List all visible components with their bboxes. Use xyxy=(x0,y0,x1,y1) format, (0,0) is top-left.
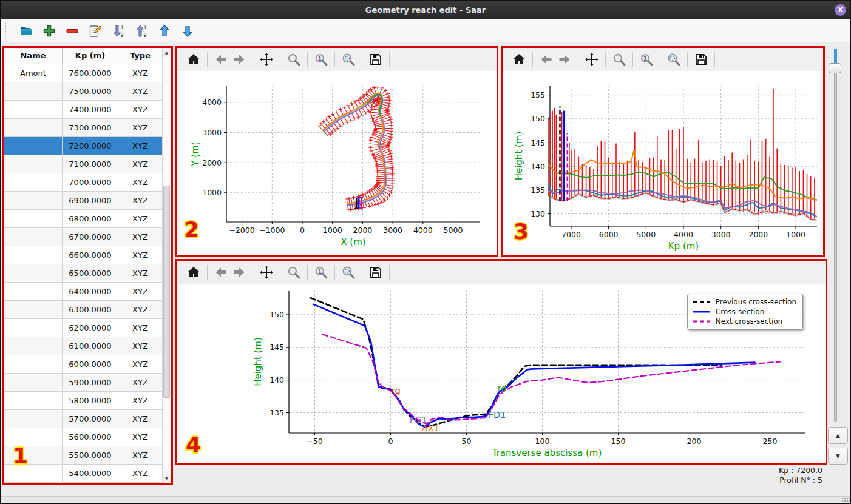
profile-slider-handle[interactable] xyxy=(829,63,841,73)
plan-view-chart[interactable]: −2000−1000010002000300040005000100020003… xyxy=(177,71,497,255)
zoom-region-icon[interactable] xyxy=(339,263,358,281)
zoom-one-icon[interactable]: 1 xyxy=(312,50,330,69)
table-row[interactable]: 5500.0000XYZ xyxy=(4,446,171,465)
table-row[interactable]: 5400.0000XYZ xyxy=(4,465,171,483)
table-row[interactable]: 5700.0000XYZ xyxy=(4,410,171,428)
svg-text:X (m): X (m) xyxy=(341,237,365,247)
table-cell-name xyxy=(4,119,63,137)
table-row[interactable]: Amont7600.0000XYZ xyxy=(4,64,171,82)
table-row[interactable]: 7000.0000XYZ xyxy=(4,173,171,192)
svg-text:150: 150 xyxy=(531,114,545,123)
table-row[interactable]: 7300.0000XYZ xyxy=(4,119,171,137)
move-up-icon[interactable] xyxy=(157,23,172,39)
table-cell-kp: 5600.0000 xyxy=(63,428,118,446)
table-cell-kp: 7100.0000 xyxy=(63,155,118,173)
remove-icon[interactable] xyxy=(64,23,80,39)
table-row[interactable]: 7400.0000XYZ xyxy=(4,101,171,119)
svg-text:9: 9 xyxy=(143,33,146,38)
table-scrollbar[interactable]: ▲ ▼ xyxy=(162,48,171,483)
toolbar-separator xyxy=(605,52,606,67)
svg-text:1: 1 xyxy=(143,25,146,30)
table-cell-kp: 6300.0000 xyxy=(63,301,118,319)
column-header-type[interactable]: Type xyxy=(118,48,163,64)
pan-icon[interactable] xyxy=(257,50,276,69)
table-row[interactable]: 6900.0000XYZ xyxy=(4,192,171,210)
profile-up-button[interactable]: ▲ xyxy=(828,427,848,444)
move-down-icon[interactable] xyxy=(180,23,195,39)
edit-icon[interactable] xyxy=(87,23,103,39)
svg-text:140: 140 xyxy=(270,375,284,385)
forward-icon[interactable] xyxy=(555,50,574,69)
profile-down-button[interactable]: ▼ xyxy=(828,448,848,465)
table-row[interactable]: 6700.0000XYZ xyxy=(4,228,171,246)
table-cell-kp: 6400.0000 xyxy=(63,283,118,301)
legend-item: Cross-section xyxy=(693,307,796,317)
save-icon[interactable] xyxy=(692,50,710,69)
titlebar[interactable]: Geometry reach edit - Saar X xyxy=(1,1,850,19)
add-icon[interactable] xyxy=(41,23,57,39)
profile-slider-track[interactable] xyxy=(834,49,837,422)
long-profile-chart[interactable]: 7000600050004000300020001000130135140145… xyxy=(503,71,823,255)
pan-icon[interactable] xyxy=(257,263,276,281)
toolbar-grip[interactable] xyxy=(5,23,8,39)
save-icon[interactable] xyxy=(367,50,385,69)
home-icon[interactable] xyxy=(185,50,203,69)
table-row[interactable]: 6200.0000XYZ xyxy=(4,319,171,337)
zoom-one-icon[interactable]: 1 xyxy=(637,50,656,69)
forward-icon[interactable] xyxy=(230,50,248,69)
table-cell-kp: 7300.0000 xyxy=(63,119,118,137)
home-icon[interactable] xyxy=(510,50,528,69)
table-row[interactable]: 7100.0000XYZ xyxy=(4,155,171,173)
table-cell-name xyxy=(4,264,63,283)
table-cell-type: XYZ xyxy=(118,64,163,82)
zoom-region-icon[interactable] xyxy=(665,50,683,69)
svg-text:2000: 2000 xyxy=(748,230,768,239)
table-row[interactable]: 6000.0000XYZ xyxy=(4,355,171,374)
open-folder-icon[interactable] xyxy=(18,23,34,39)
zoom-icon[interactable] xyxy=(285,263,303,281)
back-icon[interactable] xyxy=(212,263,230,281)
sort-asc-icon[interactable]: 19 xyxy=(134,23,149,39)
table-cell-name xyxy=(4,428,63,446)
forward-icon[interactable] xyxy=(230,263,248,281)
table-cell-kp: 7000.0000 xyxy=(63,173,118,192)
table-row[interactable]: 7500.0000XYZ xyxy=(4,82,171,101)
pan-icon[interactable] xyxy=(583,50,601,69)
column-header-kp[interactable]: Kp (m) xyxy=(63,48,118,64)
zoom-one-icon[interactable]: 1 xyxy=(312,263,330,281)
table-cell-kp: 6700.0000 xyxy=(63,228,118,246)
table-row[interactable]: 6600.0000XYZ xyxy=(4,246,171,264)
table-row[interactable]: 5600.0000XYZ xyxy=(4,428,171,446)
table-cell-kp: 5800.0000 xyxy=(63,392,118,410)
table-row[interactable]: 6300.0000XYZ xyxy=(4,301,171,319)
sort-desc-icon[interactable]: 19 xyxy=(110,23,126,39)
scrollbar-thumb[interactable] xyxy=(163,186,170,398)
svg-text:6000: 6000 xyxy=(599,230,619,239)
table-cell-name xyxy=(4,228,63,246)
table-cell-name xyxy=(4,410,63,428)
svg-text:7000: 7000 xyxy=(561,230,581,239)
home-icon[interactable] xyxy=(185,263,203,281)
scroll-down-icon[interactable]: ▼ xyxy=(163,474,171,483)
zoom-icon[interactable] xyxy=(610,50,628,69)
zoom-region-icon[interactable] xyxy=(339,50,358,69)
close-button[interactable]: X xyxy=(835,4,846,16)
toolbar-separator xyxy=(660,52,660,67)
window-title: Geometry reach edit - Saar xyxy=(365,5,486,15)
back-icon[interactable] xyxy=(537,50,555,69)
zoom-icon[interactable] xyxy=(285,50,303,69)
table-row[interactable]: 6400.0000XYZ xyxy=(4,283,171,301)
table-row[interactable]: 6500.0000XYZ xyxy=(4,264,171,283)
legend-label: Next cross-section xyxy=(716,317,782,326)
scroll-up-icon[interactable]: ▲ xyxy=(163,48,171,57)
table-row[interactable]: 6800.0000XYZ xyxy=(4,210,171,228)
table-row[interactable]: 6100.0000XYZ xyxy=(4,337,171,355)
back-icon[interactable] xyxy=(212,50,230,69)
table-row[interactable]: 5900.0000XYZ xyxy=(4,374,171,392)
save-icon[interactable] xyxy=(367,263,385,281)
table-row[interactable]: 7200.0000XYZ xyxy=(4,137,171,155)
svg-text:1: 1 xyxy=(120,25,123,30)
table-row[interactable]: 5800.0000XYZ xyxy=(4,392,171,410)
column-header-name[interactable]: Name xyxy=(4,48,63,64)
resize-grip-icon[interactable] xyxy=(841,497,850,503)
